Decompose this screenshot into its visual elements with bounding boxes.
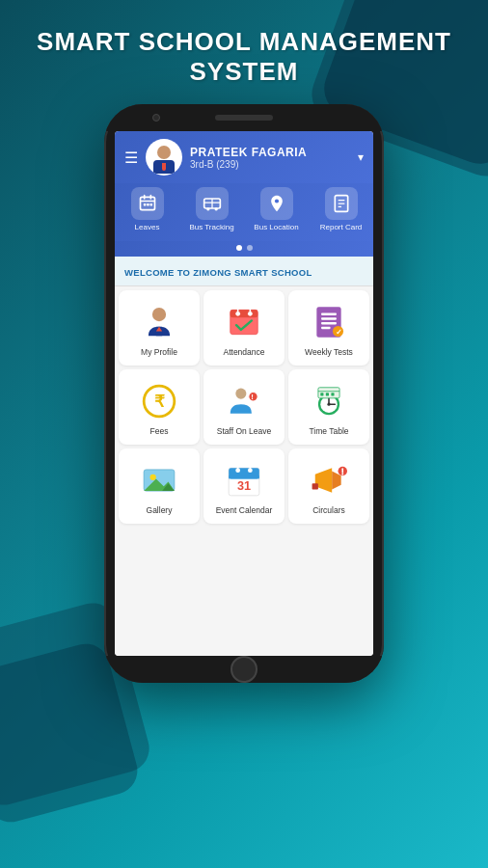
leaves-icon xyxy=(131,187,164,220)
svg-rect-64 xyxy=(312,483,318,489)
fees-label: Fees xyxy=(150,426,169,436)
svg-point-35 xyxy=(235,388,246,398)
grid-item-event-calendar[interactable]: 31 Event Calendar xyxy=(203,448,285,524)
grid-item-gallery[interactable]: Gallery xyxy=(119,448,200,524)
phone-bottom-bar xyxy=(104,656,384,683)
phone-top-bar xyxy=(104,104,384,131)
dropdown-arrow-icon[interactable]: ▾ xyxy=(358,150,364,164)
quick-action-bus-location[interactable]: Bus Location xyxy=(250,187,303,231)
quick-actions-bar: Leaves Bus Tracking xyxy=(115,183,373,241)
avatar-figure xyxy=(146,139,182,176)
dot-2[interactable] xyxy=(247,245,253,251)
bus-location-icon xyxy=(260,187,293,220)
attendance-label: Attendance xyxy=(223,347,264,357)
svg-rect-47 xyxy=(331,393,334,395)
svg-rect-55 xyxy=(229,475,259,478)
hamburger-icon[interactable]: ☰ xyxy=(124,149,138,167)
app-title-section: SMART SCHOOL MANAGEMENT SYSTEM xyxy=(17,0,471,96)
my-profile-label: My Profile xyxy=(141,347,177,357)
user-avatar xyxy=(146,139,182,176)
app-header: ☰ PRATEEK FAGARIA 3rd-B (239) ▾ xyxy=(115,131,373,183)
grid-item-time-table[interactable]: Time Table xyxy=(288,369,369,445)
svg-point-9 xyxy=(214,208,217,211)
user-class: 3rd-B (239) xyxy=(190,159,350,170)
gallery-label: Gallery xyxy=(147,505,173,515)
bus-tracking-label: Bus Tracking xyxy=(189,223,233,231)
weekly-tests-icon: ✓ xyxy=(309,302,349,342)
phone-frame: ☰ PRATEEK FAGARIA 3rd-B (239) ▾ xyxy=(104,104,384,683)
svg-rect-29 xyxy=(321,322,337,324)
quick-action-bus-tracking[interactable]: Bus Tracking xyxy=(185,187,238,231)
bus-location-label: Bus Location xyxy=(254,223,298,231)
grid-row-2: ₹ Fees ! Staff On Leave xyxy=(119,369,369,445)
attendance-icon xyxy=(224,302,264,342)
circulars-icon xyxy=(309,460,349,501)
svg-rect-45 xyxy=(320,393,323,395)
grid-row-3: Gallery 31 xyxy=(119,448,369,524)
svg-rect-21 xyxy=(230,310,258,317)
grid-item-fees[interactable]: ₹ Fees xyxy=(119,369,200,445)
phone-screen: ☰ PRATEEK FAGARIA 3rd-B (239) ▾ xyxy=(115,131,373,656)
avatar-tie xyxy=(162,163,166,171)
grid-row-1: My Profile Attenda xyxy=(119,290,369,366)
my-profile-icon xyxy=(139,302,179,342)
grid-item-my-profile[interactable]: My Profile xyxy=(119,290,200,366)
bus-tracking-icon xyxy=(196,187,229,220)
svg-point-50 xyxy=(150,475,156,480)
report-card-icon xyxy=(325,187,358,220)
svg-rect-4 xyxy=(143,203,146,206)
home-button[interactable] xyxy=(230,656,258,683)
welcome-text: WELCOME TO ZIMONG SMART SCHOOL xyxy=(124,267,312,278)
staff-on-leave-icon: ! xyxy=(224,381,264,421)
phone-speaker xyxy=(215,115,273,121)
avatar-body xyxy=(153,160,175,174)
svg-text:!: ! xyxy=(251,393,254,401)
welcome-banner: WELCOME TO ZIMONG SMART SCHOOL xyxy=(115,257,373,286)
time-table-icon xyxy=(309,381,349,421)
app-title-line1: SMART SCHOOL MANAGEMENT xyxy=(37,27,451,56)
grid-item-weekly-tests[interactable]: ✓ Weekly Tests xyxy=(288,290,369,366)
dots-indicator xyxy=(115,241,373,257)
app-title-line2: SYSTEM xyxy=(190,57,299,86)
svg-text:₹: ₹ xyxy=(154,392,165,411)
grid-item-circulars[interactable]: Circulars xyxy=(288,448,369,524)
dot-1[interactable] xyxy=(236,245,242,251)
weekly-tests-label: Weekly Tests xyxy=(305,347,353,357)
user-name: PRATEEK FAGARIA xyxy=(190,146,350,159)
fees-icon: ₹ xyxy=(139,381,179,421)
grid-menu: My Profile Attenda xyxy=(115,286,373,656)
time-table-label: Time Table xyxy=(309,426,348,436)
svg-point-42 xyxy=(327,402,330,405)
svg-rect-30 xyxy=(321,327,331,329)
grid-item-staff-on-leave[interactable]: ! Staff On Leave xyxy=(203,369,285,445)
svg-rect-6 xyxy=(149,203,152,206)
circulars-label: Circulars xyxy=(312,505,345,515)
svg-point-17 xyxy=(152,308,166,321)
event-calendar-icon: 31 xyxy=(224,460,264,501)
svg-rect-46 xyxy=(326,393,329,395)
avatar-head xyxy=(157,146,171,159)
quick-action-report-card[interactable]: Report Card xyxy=(314,187,367,231)
grid-item-attendance[interactable]: Attendance xyxy=(203,290,285,366)
user-info: PRATEEK FAGARIA 3rd-B (239) xyxy=(190,146,350,170)
svg-rect-27 xyxy=(321,312,337,314)
svg-text:31: 31 xyxy=(237,479,251,493)
svg-point-8 xyxy=(206,208,209,211)
leaves-label: Leaves xyxy=(135,223,160,231)
report-card-label: Report Card xyxy=(320,223,363,231)
event-calendar-label: Event Calendar xyxy=(216,505,273,515)
svg-rect-5 xyxy=(147,203,149,206)
svg-text:✓: ✓ xyxy=(336,328,342,337)
gallery-icon xyxy=(139,460,179,501)
svg-point-12 xyxy=(274,200,278,203)
staff-on-leave-label: Staff On Leave xyxy=(217,426,272,436)
svg-point-63 xyxy=(341,474,343,475)
quick-action-leaves[interactable]: Leaves xyxy=(121,187,174,231)
phone-camera xyxy=(152,114,160,122)
svg-rect-28 xyxy=(321,317,337,319)
